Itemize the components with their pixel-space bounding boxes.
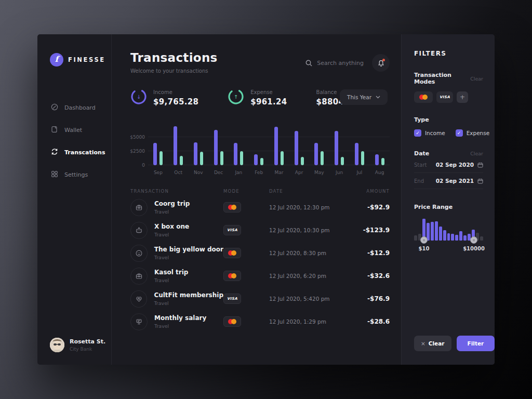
filters-title: FILTERS	[414, 50, 483, 57]
robot-icon	[130, 222, 148, 239]
date-start-picker[interactable]: 02 Sep 2020	[436, 162, 483, 168]
column-header-date: DATE	[269, 189, 352, 194]
date-end-picker[interactable]: 02 Sep 2021	[436, 178, 483, 184]
stat-label: Expense	[250, 89, 287, 95]
bar-group-mar	[269, 126, 289, 165]
mastercard-badge	[223, 316, 241, 327]
checkbox-income[interactable]: ✓Income	[414, 129, 445, 137]
clear-filters-button[interactable]: × Clear	[414, 336, 451, 351]
visa-chip[interactable]: VISA	[436, 91, 453, 103]
price-range-slider	[414, 219, 483, 241]
expense-bar	[260, 158, 263, 165]
transaction-name: Monthly salary	[154, 314, 206, 322]
chevron-down-icon	[376, 96, 380, 99]
price-max-label: $10000	[463, 246, 485, 251]
transaction-date: 12 Jul 2020, 12:30 pm	[269, 204, 352, 210]
income-bar	[234, 143, 237, 165]
expense-bar	[200, 152, 203, 165]
transaction-category: Travel	[154, 255, 223, 260]
checkbox-label: Expense	[467, 130, 490, 136]
histogram-bar	[447, 233, 450, 241]
brand-logo-icon: f	[50, 53, 63, 66]
sidebar-item-transcations[interactable]: Transcations	[37, 143, 111, 162]
transaction-name: The big yellow door	[154, 246, 223, 253]
expense-ring-icon: ↑	[228, 88, 244, 107]
settings-icon	[51, 170, 58, 180]
calendar-icon	[477, 178, 483, 184]
expense-bar	[381, 158, 384, 165]
y-tick-label: $2500	[130, 149, 145, 154]
chart-plot-area	[148, 126, 390, 165]
x-tick-label: Apr	[289, 170, 309, 175]
income-bar	[314, 143, 318, 165]
date-end-label: End	[414, 178, 424, 184]
sidebar-item-label: Dashboard	[64, 104, 96, 111]
main-content: Transactions Welcome to your transaction…	[112, 34, 401, 365]
bar-group-may	[309, 126, 329, 165]
visa-badge: VISA	[223, 225, 241, 235]
avatar	[50, 338, 64, 352]
bar-group-sep	[148, 126, 168, 165]
checkbox-expense[interactable]: ✓Expense	[456, 129, 490, 137]
date-start-value: 02 Sep 2020	[436, 162, 474, 168]
dashboard-icon	[51, 103, 58, 113]
transaction-name: CultFit membership	[154, 291, 223, 299]
table-row[interactable]: Monthly salaryTravel12 Jul 2020, 1:29 pm…	[130, 310, 390, 333]
sidebar-item-dashboard[interactable]: Dashboard	[37, 99, 111, 117]
apply-filter-button[interactable]: Filter	[457, 336, 495, 351]
date-clear[interactable]: Clear	[470, 151, 483, 156]
transaction-category: Travel	[154, 277, 188, 283]
search-icon	[305, 60, 312, 66]
briefcase-icon	[130, 199, 148, 216]
search-input[interactable]: Search anything	[305, 60, 364, 66]
notification-dot	[382, 59, 385, 61]
income-bar	[355, 143, 358, 165]
bar-group-nov	[189, 126, 209, 165]
x-tick-label: Nov	[189, 170, 209, 175]
monthly-bar-chart: $5000$25000	[130, 126, 390, 165]
period-selector[interactable]: This Year	[340, 89, 388, 105]
histogram-bar	[443, 230, 446, 241]
bar-group-jul	[350, 126, 370, 165]
heart-icon	[130, 290, 147, 308]
sidebar-nav: DashboardWalletTranscationsSettings	[37, 99, 111, 184]
table-row[interactable]: The big yellow doorTravel12 Jul 2020, 8:…	[130, 242, 390, 264]
checkbox-icon: ✓	[414, 129, 421, 137]
table-row[interactable]: X box oneTravelVISA12 Jul 2020, 10:30 pm…	[130, 219, 390, 242]
table-row[interactable]: CultFit membershipTravelVISA12 Jul 2020,…	[130, 287, 390, 310]
table-row[interactable]: Coorg tripTravel12 Jul 2020, 12:30 pm-$9…	[130, 196, 390, 219]
chart-bars	[148, 126, 390, 165]
bar-group-apr	[289, 126, 309, 165]
column-header-transaction: TRANSACTION	[130, 189, 223, 194]
price-range-handle-min[interactable]	[420, 236, 428, 244]
expense-bar	[301, 157, 304, 165]
x-tick-label: May	[309, 170, 329, 175]
sidebar-item-settings[interactable]: Settings	[37, 166, 111, 184]
transaction-date: 12 Jul 2020, 10:30 pm	[269, 227, 352, 233]
notifications-button[interactable]	[372, 54, 390, 72]
date-start-label: Start	[414, 162, 427, 168]
mastercard-chip[interactable]	[414, 91, 433, 103]
transaction-name: Kasol trip	[154, 269, 188, 276]
type-label: Type	[414, 116, 429, 123]
transaction-amount: -$123.9	[352, 227, 390, 234]
expense-bar	[341, 157, 344, 165]
column-header-mode: MODE	[223, 189, 269, 194]
period-label: This Year	[347, 94, 371, 100]
column-header-amount: AMOUNT	[352, 189, 390, 194]
histogram-bar	[451, 234, 454, 241]
add-mode-chip[interactable]: +	[457, 91, 468, 103]
transaction-modes-clear[interactable]: Clear	[470, 76, 483, 82]
sidebar-item-wallet[interactable]: Wallet	[37, 121, 111, 139]
price-range-handle-max[interactable]	[470, 236, 477, 244]
y-tick-label: $5000	[130, 135, 145, 140]
checkbox-label: Income	[425, 130, 445, 136]
x-tick-label: Jan	[229, 170, 249, 175]
brand: f FINESSE	[37, 34, 111, 66]
transaction-category: Travel	[154, 232, 189, 237]
user-profile[interactable]: Rosetta St. City Bank	[50, 338, 105, 352]
table-row[interactable]: Kasol tripTravel12 Jul 2020, 6:20 pm-$32…	[130, 264, 390, 287]
transaction-amount: -$32.6	[352, 272, 390, 280]
mastercard-badge	[223, 202, 241, 212]
transaction-mode-chips: VISA+	[414, 91, 483, 103]
